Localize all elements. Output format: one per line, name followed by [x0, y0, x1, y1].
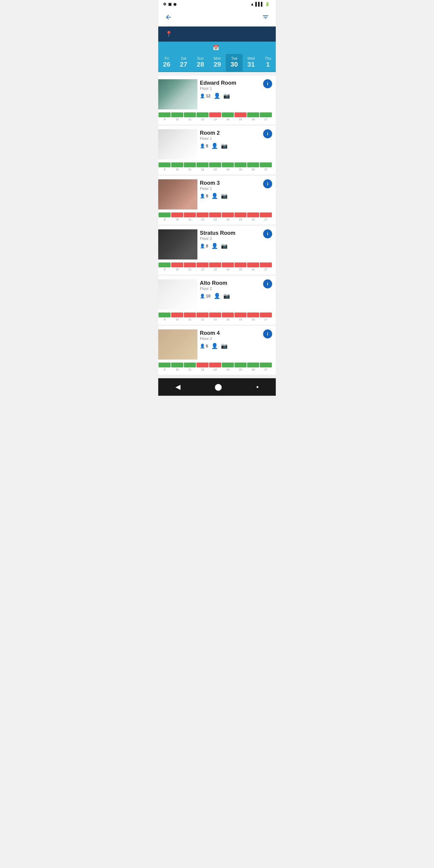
avail-slot: [171, 113, 183, 117]
availability-hours: 91011121314151617: [158, 118, 272, 121]
avail-hour-label: 11: [184, 218, 196, 221]
avail-slot: [260, 313, 272, 317]
room-card-2[interactable]: Room 2 Floor 1 👤 8 👤 📷 i 910111213141516…: [158, 126, 276, 175]
avail-slot: [209, 313, 221, 317]
nav-home-button[interactable]: ⬤: [209, 382, 228, 392]
disk-icon: ◉: [173, 2, 176, 6]
room-capacity: 👤 8: [200, 144, 208, 148]
avail-slot: [171, 162, 183, 167]
avail-hour-label: 9: [158, 218, 171, 221]
avail-slot: [235, 162, 247, 167]
video-icon: 📷: [221, 143, 227, 149]
room-name: Room 3: [200, 180, 270, 186]
calendar-icon: 📅: [213, 44, 219, 51]
avail-hour-label: 13: [209, 368, 221, 371]
room-card-4[interactable]: Stratus Room Floor 2 👤 8 👤 📷 i 910111213…: [158, 226, 276, 275]
day-item-27[interactable]: Sat 27: [175, 54, 192, 71]
avail-slot: [247, 262, 259, 267]
avail-slot: [184, 213, 196, 217]
avail-slot: [184, 313, 196, 317]
avail-hour-label: 17: [259, 168, 272, 171]
person-icon: 👤: [200, 244, 205, 248]
signal-icon: ▌▌▌: [255, 2, 264, 6]
sim-icon: ▣: [168, 2, 172, 6]
room-card-3[interactable]: Room 3 Floor 1 👤 8 👤 📷 i 910111213141516…: [158, 176, 276, 224]
availability-slots: [158, 363, 272, 367]
room-info-button[interactable]: i: [263, 279, 272, 288]
availability-hours: 91011121314151617: [158, 268, 272, 271]
avail-hour-label: 11: [184, 118, 196, 121]
avail-slot: [260, 113, 272, 117]
phone-icon: 👤: [211, 143, 218, 149]
avail-hour-label: 14: [221, 218, 234, 221]
avail-slot: [247, 363, 259, 367]
location-icon: 📍: [165, 31, 172, 37]
nav-back-button[interactable]: ◀: [169, 382, 187, 392]
avail-hour-label: 13: [209, 218, 221, 221]
filter-button[interactable]: [260, 12, 271, 23]
room-card-1[interactable]: Edward Room Floor 1 👤 12 👤 📷 i 910111213…: [158, 76, 276, 124]
avail-hour-label: 16: [247, 218, 259, 221]
room-info-button[interactable]: i: [263, 129, 272, 138]
person-icon: 👤: [200, 93, 205, 98]
room-card-5[interactable]: Alto Room Floor 2 👤 10 👤 📷 i 91011121314…: [158, 276, 276, 324]
avail-hour-label: 12: [196, 318, 209, 321]
room-image: [158, 79, 197, 110]
avail-hour-label: 9: [158, 118, 171, 121]
room-info-button[interactable]: i: [263, 179, 272, 188]
avail-hour-label: 15: [234, 218, 247, 221]
avail-hour-label: 9: [158, 318, 171, 321]
day-item-26[interactable]: Fri 26: [158, 54, 175, 71]
avail-slot: [196, 313, 209, 317]
header: [158, 8, 276, 27]
avail-slot: [222, 262, 234, 267]
avail-hour-label: 15: [234, 168, 247, 171]
avail-hour-label: 16: [247, 368, 259, 371]
room-image: [158, 179, 197, 210]
room-capacity: 👤 8: [200, 193, 208, 198]
avail-hour-label: 12: [196, 168, 209, 171]
day-item-1[interactable]: Thu 1: [259, 54, 276, 71]
avail-hour-label: 14: [221, 318, 234, 321]
avail-hour-label: 17: [259, 268, 272, 271]
avail-slot: [158, 113, 170, 117]
day-item-30[interactable]: Tue 30: [226, 54, 243, 71]
room-floor: Floor 2: [200, 286, 270, 291]
avail-hour-label: 11: [184, 168, 196, 171]
status-bar: ⚙ ▣ ◉ ▲ ▌▌▌ 🔋: [158, 0, 276, 8]
room-floor: Floor 2: [200, 336, 270, 341]
avail-slot: [184, 113, 196, 117]
avail-hour-label: 17: [259, 318, 272, 321]
day-item-28[interactable]: Sun 28: [192, 54, 209, 71]
avail-hour-label: 14: [221, 118, 234, 121]
nav-recent-button[interactable]: ▪: [250, 382, 265, 392]
day-selector[interactable]: Fri 26 Sat 27 Sun 28 Mon 29 Tue 30 Wed 3…: [158, 54, 276, 72]
room-info-button[interactable]: i: [263, 79, 272, 88]
avail-slot: [235, 213, 247, 217]
avail-slot: [196, 113, 209, 117]
room-info-button[interactable]: i: [263, 229, 272, 239]
day-item-29[interactable]: Mon 29: [209, 54, 226, 71]
room-info-button[interactable]: i: [263, 330, 272, 338]
avail-slot: [209, 113, 221, 117]
room-name: Room 4: [200, 330, 270, 336]
avail-hour-label: 10: [171, 168, 184, 171]
room-name: Alto Room: [200, 280, 270, 286]
availability-slots: [158, 113, 272, 117]
avail-slot: [235, 113, 247, 117]
avail-hour-label: 14: [221, 268, 234, 271]
avail-hour-label: 17: [259, 118, 272, 121]
avail-slot: [196, 213, 209, 217]
room-image: [158, 229, 197, 259]
avail-slot: [247, 162, 259, 167]
phone-icon: 👤: [214, 293, 220, 299]
room-image: [158, 129, 197, 159]
avail-slot: [158, 162, 170, 167]
day-item-31[interactable]: Wed 31: [243, 54, 259, 71]
room-card-6[interactable]: Room 4 Floor 2 👤 6 👤 📷 i 910111213141516…: [158, 326, 276, 375]
avail-hour-label: 16: [247, 118, 259, 121]
availability-slots: [158, 262, 272, 267]
back-button[interactable]: [163, 12, 174, 23]
avail-slot: [209, 162, 221, 167]
availability-slots: [158, 313, 272, 317]
